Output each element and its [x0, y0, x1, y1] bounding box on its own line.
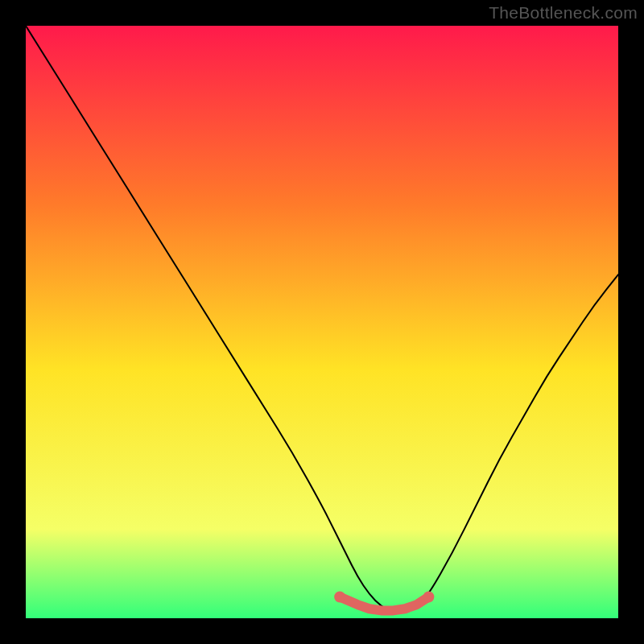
- gradient-background: [26, 26, 618, 618]
- optimal-zone-end-left: [334, 592, 345, 603]
- optimal-zone-end-right: [423, 592, 435, 603]
- watermark-text: TheBottleneck.com: [489, 3, 638, 23]
- chart-container: TheBottleneck.com: [0, 0, 644, 644]
- plot-area: [26, 26, 618, 618]
- chart-svg: [26, 26, 618, 618]
